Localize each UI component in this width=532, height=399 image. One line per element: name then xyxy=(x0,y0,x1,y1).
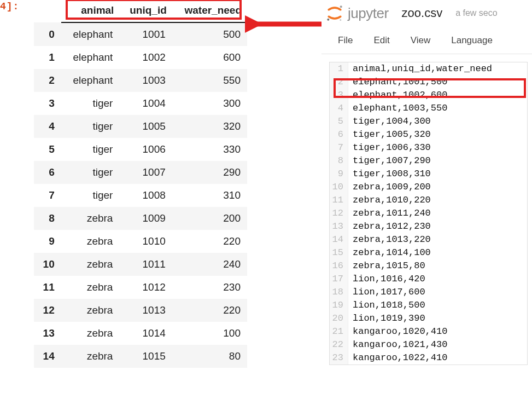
editor-line[interactable]: 16zebra,1015,80 xyxy=(330,259,527,273)
table-row: 14zebra101580 xyxy=(34,345,247,368)
code-text[interactable]: lion,1019,390 xyxy=(348,312,425,325)
jupyter-editor-panel: jupyter zoo.csv a few seco File Edit Vie… xyxy=(321,0,532,399)
table-cell: tiger xyxy=(61,184,120,207)
row-index: 3 xyxy=(34,92,61,115)
table-cell: 220 xyxy=(172,299,247,322)
code-text[interactable]: tiger,1007,290 xyxy=(348,154,431,167)
code-text[interactable]: zebra,1013,220 xyxy=(348,233,431,246)
code-text[interactable]: tiger,1004,300 xyxy=(348,115,431,128)
jupyter-logo[interactable]: jupyter xyxy=(325,3,389,23)
code-text[interactable]: kangaroo,1021,430 xyxy=(348,338,447,351)
editor-line[interactable]: 8tiger,1007,290 xyxy=(330,154,527,167)
table-cell: 1007 xyxy=(119,161,172,184)
dataframe-header-row: animal uniq_id water_need xyxy=(34,0,247,22)
jupyter-filename[interactable]: zoo.csv xyxy=(402,6,443,20)
gutter-number: 17 xyxy=(330,273,348,286)
editor-line[interactable]: 21kangaroo,1020,410 xyxy=(330,325,527,338)
gutter-number: 9 xyxy=(330,167,348,181)
code-text[interactable]: lion,1017,600 xyxy=(348,286,425,299)
table-row: 12zebra1013220 xyxy=(34,299,247,322)
table-cell: 300 xyxy=(172,92,247,115)
code-text[interactable]: elephant,1003,550 xyxy=(348,102,447,115)
table-cell: elephant xyxy=(61,46,120,69)
code-text[interactable]: zebra,1010,220 xyxy=(348,194,431,207)
editor-line[interactable]: 7tiger,1006,330 xyxy=(330,141,527,154)
editor-line[interactable]: 14zebra,1013,220 xyxy=(330,233,527,246)
row-index: 9 xyxy=(34,230,61,253)
table-cell: 1004 xyxy=(119,92,172,115)
table-cell: 1006 xyxy=(119,138,172,161)
row-index: 5 xyxy=(34,138,61,161)
table-cell: 500 xyxy=(172,22,247,46)
editor-line[interactable]: 15zebra,1014,100 xyxy=(330,246,527,259)
gutter-number: 14 xyxy=(330,233,348,246)
gutter-number: 21 xyxy=(330,325,348,338)
code-text[interactable]: lion,1016,420 xyxy=(348,273,425,286)
col-header-water-need: water_need xyxy=(172,0,247,22)
menu-view[interactable]: View xyxy=(411,35,431,46)
editor-line[interactable]: 11zebra,1010,220 xyxy=(330,194,527,207)
table-cell: 290 xyxy=(172,161,247,184)
gutter-number: 7 xyxy=(330,141,348,154)
gutter-number: 23 xyxy=(330,351,348,365)
text-editor[interactable]: 1animal,uniq_id,water_need2elephant,1001… xyxy=(329,62,528,365)
menu-language[interactable]: Language xyxy=(451,35,493,46)
table-cell: 1011 xyxy=(119,253,172,276)
gutter-number: 16 xyxy=(330,259,348,273)
code-text[interactable]: lion,1018,500 xyxy=(348,299,425,312)
table-cell: 1010 xyxy=(119,230,172,253)
editor-line[interactable]: 1animal,uniq_id,water_need xyxy=(330,62,527,76)
editor-line[interactable]: 13zebra,1012,230 xyxy=(330,220,527,233)
code-text[interactable]: elephant,1002,600 xyxy=(348,89,447,102)
editor-line[interactable]: 23kangaroo,1022,410 xyxy=(330,351,527,365)
menu-edit[interactable]: Edit xyxy=(373,35,389,46)
editor-line[interactable]: 22kangaroo,1021,430 xyxy=(330,338,527,351)
editor-line[interactable]: 12zebra,1011,240 xyxy=(330,207,527,220)
cell-prompt-label: 4]: xyxy=(0,1,19,12)
code-text[interactable]: tiger,1008,310 xyxy=(348,167,431,181)
row-index: 6 xyxy=(34,161,61,184)
editor-line[interactable]: 19lion,1018,500 xyxy=(330,299,527,312)
gutter-number: 22 xyxy=(330,338,348,351)
gutter-number: 5 xyxy=(330,115,348,128)
table-cell: tiger xyxy=(61,138,120,161)
editor-line[interactable]: 17lion,1016,420 xyxy=(330,273,527,286)
code-text[interactable]: zebra,1009,200 xyxy=(348,181,431,194)
table-cell: tiger xyxy=(61,161,120,184)
gutter-number: 19 xyxy=(330,299,348,312)
table-cell: 1015 xyxy=(119,345,172,368)
editor-line[interactable]: 10zebra,1009,200 xyxy=(330,181,527,194)
code-text[interactable]: tiger,1006,330 xyxy=(348,141,431,154)
table-cell: 1005 xyxy=(119,115,172,138)
code-text[interactable]: zebra,1012,230 xyxy=(348,220,431,233)
row-index: 10 xyxy=(34,253,61,276)
code-text[interactable]: tiger,1005,320 xyxy=(348,128,431,141)
row-index: 0 xyxy=(34,22,61,46)
table-cell: 1002 xyxy=(119,46,172,69)
editor-line[interactable]: 3elephant,1002,600 xyxy=(330,89,527,102)
col-header-animal: animal xyxy=(61,0,120,22)
svg-point-3 xyxy=(340,19,341,21)
code-text[interactable]: animal,uniq_id,water_need xyxy=(348,62,492,76)
table-row: 6tiger1007290 xyxy=(34,161,247,184)
table-row: 11zebra1012230 xyxy=(34,276,247,299)
code-text[interactable]: kangaroo,1022,410 xyxy=(348,351,447,365)
editor-line[interactable]: 9tiger,1008,310 xyxy=(330,167,527,181)
editor-line[interactable]: 20lion,1019,390 xyxy=(330,312,527,325)
gutter-number: 11 xyxy=(330,194,348,207)
editor-line[interactable]: 18lion,1017,600 xyxy=(330,286,527,299)
gutter-number: 2 xyxy=(330,76,348,89)
code-text[interactable]: zebra,1011,240 xyxy=(348,207,431,220)
code-text[interactable]: zebra,1015,80 xyxy=(348,259,425,273)
editor-line[interactable]: 6tiger,1005,320 xyxy=(330,128,527,141)
editor-line[interactable]: 2elephant,1001,500 xyxy=(330,76,527,89)
code-text[interactable]: kangaroo,1020,410 xyxy=(348,325,447,338)
dataframe-output: animal uniq_id water_need 0elephant10015… xyxy=(34,0,247,368)
table-cell: tiger xyxy=(61,92,120,115)
menu-file[interactable]: File xyxy=(338,35,353,46)
table-cell: 330 xyxy=(172,138,247,161)
code-text[interactable]: elephant,1001,500 xyxy=(348,76,447,89)
editor-line[interactable]: 4elephant,1003,550 xyxy=(330,102,527,115)
code-text[interactable]: zebra,1014,100 xyxy=(348,246,431,259)
editor-line[interactable]: 5tiger,1004,300 xyxy=(330,115,527,128)
